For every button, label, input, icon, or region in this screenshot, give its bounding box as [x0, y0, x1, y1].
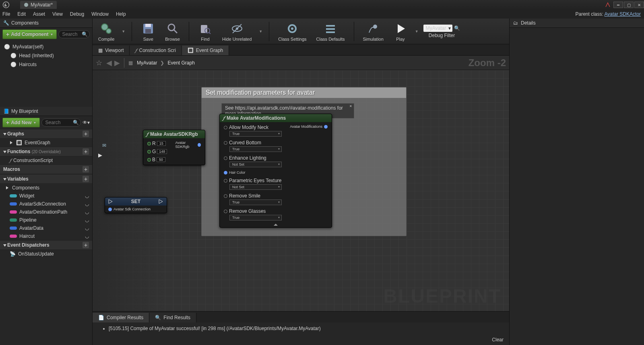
visibility-toggle-icon[interactable]: ◡	[85, 193, 89, 199]
output-pin-avatarsdkrgb[interactable]: Avatar SDKRgb	[175, 141, 201, 149]
hide-unrelated-button[interactable]: Hide Unrelated	[220, 21, 254, 42]
add-macro-button[interactable]: +	[83, 166, 89, 172]
input-pin-avatar-sdk-connection[interactable]: Avatar Sdk Connection	[108, 207, 151, 211]
input-pin[interactable]	[147, 142, 151, 145]
add-new-button[interactable]: +Add New▼	[2, 118, 40, 127]
close-annotation-icon[interactable]: ✕	[349, 104, 352, 108]
input-pin[interactable]	[147, 158, 151, 162]
close-button[interactable]: ✕	[634, 2, 644, 8]
add-variable-button[interactable]: +	[83, 176, 89, 182]
simulation-button[interactable]: Simulation	[361, 21, 386, 42]
menu-help[interactable]: Help	[116, 11, 126, 17]
variable-item[interactable]: Widget◡	[0, 192, 92, 200]
tab-find-results[interactable]: 🔍Find Results	[149, 313, 196, 322]
section-dispatchers[interactable]: Event Dispatchers +	[0, 240, 92, 250]
menu-edit[interactable]: Edit	[17, 11, 26, 17]
visibility-toggle-icon[interactable]: ◡	[85, 225, 89, 231]
components-search-input[interactable]: Search 🔍	[58, 30, 90, 38]
value-input[interactable]: 148	[157, 149, 167, 154]
compile-dropdown-icon[interactable]: ▼	[122, 29, 125, 33]
class-settings-button[interactable]: Class Settings	[276, 21, 309, 42]
input-pin[interactable]	[224, 194, 227, 198]
variable-item[interactable]: AvatarDestinationPath◡	[0, 208, 92, 216]
section-macros[interactable]: Macros +	[0, 164, 92, 174]
myblueprint-search-input[interactable]: Search 🔍	[41, 118, 81, 127]
input-pin[interactable]	[224, 126, 227, 129]
add-component-button[interactable]: +Add Component▼	[2, 29, 57, 39]
menu-file[interactable]: File	[2, 11, 10, 17]
variable-item[interactable]: AvatarData◡	[0, 224, 92, 232]
menu-window[interactable]: Window	[91, 11, 109, 17]
browse-button[interactable]: Browse	[163, 21, 182, 42]
input-pin[interactable]	[224, 171, 227, 175]
crumb-graph[interactable]: Event Graph	[167, 60, 194, 66]
visibility-toggle-icon[interactable]: ◡	[85, 233, 89, 239]
input-pin[interactable]	[224, 141, 227, 145]
menu-asset[interactable]: Asset	[33, 11, 45, 17]
input-pin[interactable]	[224, 156, 227, 160]
nav-forward-button[interactable]: ▶	[114, 58, 120, 67]
search-icon[interactable]: 🔍	[454, 25, 460, 31]
value-input[interactable]: 50	[157, 157, 165, 162]
save-button[interactable]: Save	[138, 21, 158, 42]
enum-dropdown[interactable]: True	[229, 146, 282, 152]
tab-construction-script[interactable]: 𝑓Construction Scri	[130, 46, 182, 55]
node-make-avatarsdkrgb[interactable]: 𝑓Make AvatarSDKRgb R15G148B50 Avatar SDK…	[143, 130, 205, 165]
tab-viewport[interactable]: ▦Viewport	[93, 46, 130, 55]
visibility-toggle-icon[interactable]: ◡	[85, 201, 89, 207]
node-set[interactable]: SET Avatar Sdk Connection	[105, 197, 167, 213]
minimize-button[interactable]: ━	[613, 2, 623, 8]
my-blueprint-header[interactable]: 📘 My Blueprint	[0, 107, 92, 116]
hide-dropdown-icon[interactable]: ▼	[259, 29, 262, 33]
variables-sub-components[interactable]: Components	[0, 184, 92, 192]
debug-filter-combo[interactable]: MyAvatar	[423, 25, 452, 32]
visibility-toggle-icon[interactable]: ◡	[85, 209, 89, 215]
section-graphs[interactable]: Graphs +	[0, 129, 92, 139]
event-graph-canvas[interactable]: ✉ Set modification parameters for avatar…	[93, 70, 509, 311]
exec-pin-in[interactable]	[108, 199, 113, 204]
grid-icon[interactable]: ▦	[128, 60, 133, 66]
collapse-up-icon[interactable]	[274, 224, 278, 226]
add-function-button[interactable]: +	[83, 148, 89, 155]
component-item-root[interactable]: ⚪ MyAvatar(self)	[0, 42, 92, 51]
eye-icon[interactable]: 👁▾	[83, 120, 90, 125]
document-tab[interactable]: MyAvatar*	[20, 1, 57, 9]
exec-pin-out[interactable]	[97, 153, 103, 160]
section-functions[interactable]: Functions (20 Overridable) +	[0, 147, 92, 156]
input-pin[interactable]	[224, 210, 227, 213]
menu-debug[interactable]: Debug	[70, 11, 84, 17]
visibility-toggle-icon[interactable]: ◡	[85, 217, 89, 223]
crumb-asset[interactable]: MyAvatar	[137, 60, 157, 66]
section-variables[interactable]: Variables +	[0, 174, 92, 184]
variable-item[interactable]: Haircut◡	[0, 232, 92, 240]
enum-dropdown[interactable]: True	[229, 131, 282, 137]
add-graph-button[interactable]: +	[83, 131, 89, 137]
class-defaults-button[interactable]: Class Defaults	[314, 21, 347, 42]
input-pin[interactable]	[224, 179, 227, 183]
value-input[interactable]: 15	[157, 141, 166, 146]
menu-view[interactable]: View	[52, 11, 63, 17]
maximize-button[interactable]: ▢	[624, 2, 634, 8]
component-item-head[interactable]: ⚪ Head (Inherited)	[0, 51, 92, 60]
favorite-icon[interactable]: ☆	[96, 58, 102, 67]
graph-item-eventgraph[interactable]: 🔳EventGraph	[0, 139, 92, 147]
tab-compiler-results[interactable]: 📄Compiler Results	[93, 313, 149, 322]
exec-pin-out[interactable]	[159, 199, 163, 204]
find-button[interactable]: Find	[196, 21, 215, 42]
comment-title[interactable]: Set modification parameters for avatar	[202, 87, 406, 98]
enum-dropdown[interactable]: True	[229, 200, 282, 205]
dispatcher-item[interactable]: 📡OnStatusUpdate	[0, 250, 92, 258]
tab-event-graph[interactable]: 🔳Event Graph	[182, 46, 229, 55]
enum-dropdown[interactable]: Not Set	[229, 162, 282, 167]
output-pin-avatar-modifications[interactable]: Avatar Modifications	[290, 125, 328, 129]
enum-dropdown[interactable]: True	[229, 215, 282, 220]
component-item-haircuts[interactable]: ⚪ Haircuts	[0, 60, 92, 69]
clear-button[interactable]: Clear	[492, 337, 504, 343]
enum-dropdown[interactable]: Not Set	[229, 184, 282, 190]
compile-button[interactable]: Compile	[96, 21, 117, 42]
play-dropdown-icon[interactable]: ▼	[415, 29, 419, 33]
input-pin[interactable]	[147, 150, 151, 154]
details-panel-header[interactable]: 🗂 Details	[510, 19, 644, 28]
function-item-construction[interactable]: 𝑓ConstructionScript	[0, 156, 92, 164]
variable-item[interactable]: AvatarSdkConnection◡	[0, 200, 92, 208]
